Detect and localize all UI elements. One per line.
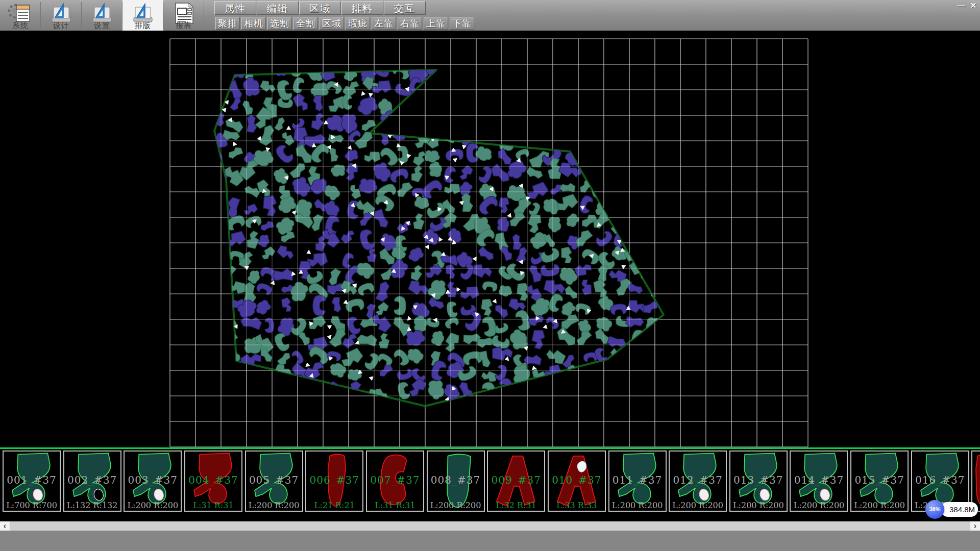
app-tab-label: 报表 xyxy=(163,21,204,31)
progress-percent-badge: 38% xyxy=(925,500,944,519)
thumbnail-piece-015_#37[interactable]: 015_#37L:200 R:200 xyxy=(850,450,909,512)
thumbnail-id-label: 016_#37 xyxy=(912,474,968,486)
thumbnail-piece-006_#37[interactable]: 006_#37L:21 R:21 xyxy=(305,450,363,512)
minimize-button[interactable]: — xyxy=(955,1,967,11)
tool-camera[interactable]: 相机 xyxy=(241,17,266,30)
close-button[interactable]: ✕ xyxy=(968,1,979,11)
thumbnail-lr-label: L:200 R:200 xyxy=(609,500,666,510)
thumbnail-piece-008_#37[interactable]: 008_#37L:200 R:200 xyxy=(427,450,485,512)
thumbnail-lr-label: L:33 R:33 xyxy=(549,500,605,510)
app-tab-label: 设置 xyxy=(82,21,122,31)
thumbnail-piece-003_#37[interactable]: 003_#37L:200 R:200 xyxy=(124,450,182,512)
tool-cut-all[interactable]: 全割 xyxy=(293,17,318,30)
main-toolbar: 系统 设计 xyxy=(0,0,980,31)
thumbnail-piece-011_#37[interactable]: 011_#37L:200 R:200 xyxy=(608,450,667,512)
tool-region[interactable]: 区域 xyxy=(320,17,344,30)
tool-select-cut[interactable]: 选割 xyxy=(267,17,292,30)
tool-cluster-nest[interactable]: 聚排 xyxy=(215,17,240,30)
app-tab-design[interactable]: 设计 xyxy=(41,0,82,31)
thumbnail-piece-002_#37[interactable]: 002_#37L:132 R:132 xyxy=(63,450,121,512)
menu-interact[interactable]: 交互 xyxy=(384,1,426,15)
thumbnail-lr-label: L:132 R:132 xyxy=(64,500,120,510)
app-tab-label: 系统 xyxy=(0,21,41,31)
thumbnail-piece-004_#37[interactable]: 004_#37L:31 R:31 xyxy=(184,450,242,512)
thumbnail-lr-label: L:21 R:21 xyxy=(306,500,362,510)
thumbnail-shape xyxy=(972,452,980,511)
app-tab-label: 排版 xyxy=(122,21,163,31)
thumbnail-piece-014_#37[interactable]: 014_#37L:200 R:200 xyxy=(790,450,848,512)
thumbnail-piece-010_#37[interactable]: 010_#37L:33 R:33 xyxy=(548,450,606,512)
menu-edit[interactable]: 编辑 xyxy=(257,1,299,15)
thumbnail-id-label: 010_#37 xyxy=(549,474,605,486)
thumbnail-lr-label: L:200 R:200 xyxy=(730,500,787,510)
thumbnail-piece-012_#37[interactable]: 012_#37L:200 R:200 xyxy=(669,450,727,512)
menu-region[interactable]: 区域 xyxy=(299,1,341,15)
horizontal-scrollbar[interactable]: ‹ › xyxy=(0,521,980,531)
thumbnail-id-label: 008_#37 xyxy=(428,474,484,486)
thumbnail-lr-label: L:200 R:200 xyxy=(670,500,726,510)
thumbnail-id-label: 003_#37 xyxy=(125,474,181,486)
thumbnail-id-label: 015_#37 xyxy=(851,474,908,486)
piece-thumbnail-strip: 001_#37L:700 R:700 002_#37L:132 R:132 00… xyxy=(0,447,980,512)
scroll-right-button[interactable]: › xyxy=(970,521,980,531)
thumbnail-lr-label: L:200 R:200 xyxy=(791,500,847,510)
thumbnail-lr-label: L:200 R:200 xyxy=(125,500,181,510)
tool-align-right[interactable]: 右靠 xyxy=(398,17,422,30)
tool-align-bottom[interactable]: 下靠 xyxy=(450,17,474,30)
tool-defect[interactable]: 瑕疵 xyxy=(346,17,370,30)
thumbnail-lr-label: L:200 R:200 xyxy=(428,500,484,510)
thumbnail-lr-label: L:32 R:31 xyxy=(488,500,544,510)
thumbnail-id-label: 011_#37 xyxy=(609,474,666,486)
nesting-canvas[interactable] xyxy=(0,31,980,512)
app-tab-settings[interactable]: 设置 xyxy=(82,0,122,31)
thumbnail-lr-label: L:200 R:200 xyxy=(851,500,908,510)
thumbnail-id-label: 013_#37 xyxy=(730,474,787,486)
thumbnail-id-label: 004_#37 xyxy=(185,474,241,486)
thumbnail-piece-007_#37[interactable]: 007_#37L:31 R:31 xyxy=(366,450,424,512)
tool-align-top[interactable]: 上靠 xyxy=(424,17,448,30)
thumbnail-lr-label: L:31 R:31 xyxy=(185,500,241,510)
thumbnail-id-label: 006_#37 xyxy=(306,474,362,486)
thumbnail-lr-label: L:700 R:700 xyxy=(4,500,60,510)
thumbnail-piece-013_#37[interactable]: 013_#37L:200 R:200 xyxy=(729,450,788,512)
thumbnail-piece-009_#37[interactable]: 009_#37L:32 R:31 xyxy=(487,450,545,512)
divider xyxy=(204,2,204,29)
thumbnail-lr-label: L:31 R:31 xyxy=(367,500,423,510)
app-tab-layout[interactable]: 排版 xyxy=(122,0,163,31)
memory-usage-badge: 384.8M xyxy=(941,502,978,517)
bottom-status-bar xyxy=(0,531,980,551)
application-window: 系统 设计 xyxy=(0,0,980,551)
thumbnail-id-label: 002_#37 xyxy=(64,474,120,486)
app-tab-label: 设计 xyxy=(41,21,82,31)
thumbnail-lr-label: L:200 R:200 xyxy=(246,500,302,510)
thumbnail-id-label: 009_#37 xyxy=(488,474,544,486)
thumbnail-id-label: 001_#37 xyxy=(4,474,60,486)
thumbnail-piece-001_#37[interactable]: 001_#37L:700 R:700 xyxy=(3,450,61,512)
thumbnail-id-label: 012_#37 xyxy=(670,474,726,486)
app-tab-system[interactable]: 系统 xyxy=(0,0,41,31)
thumbnail-id-label: 014_#37 xyxy=(791,474,847,486)
thumbnail-id-label: 007_#37 xyxy=(367,474,423,486)
strip-divider-line xyxy=(0,447,980,449)
scroll-left-button[interactable]: ‹ xyxy=(0,521,10,531)
tool-align-left[interactable]: 左靠 xyxy=(372,17,396,30)
thumbnail-piece-005_#37[interactable]: 005_#37L:200 R:200 xyxy=(245,450,303,512)
menu-nesting[interactable]: 排料 xyxy=(341,1,383,15)
app-tab-report[interactable]: 报表 xyxy=(163,0,204,31)
menu-properties[interactable]: 属性 xyxy=(214,1,256,15)
thumbnail-id-label: 005_#37 xyxy=(246,474,302,486)
